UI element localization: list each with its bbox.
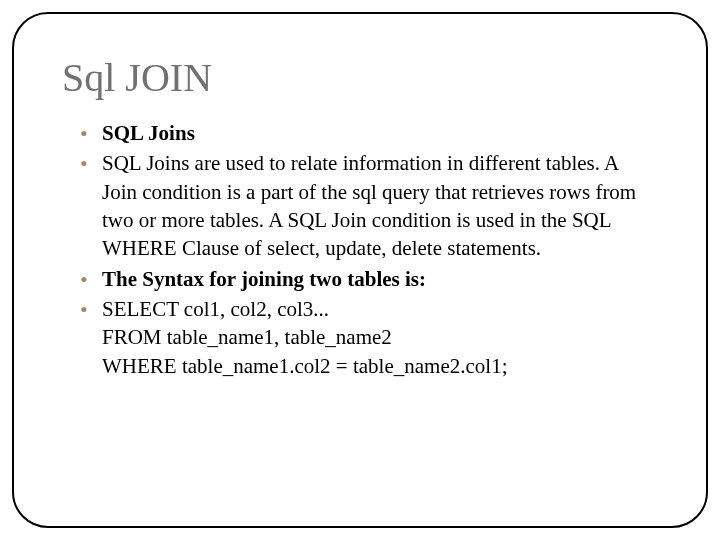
list-item: SQL Joins [80, 119, 658, 147]
slide-frame: Sql JOIN SQL Joins SQL Joins are used to… [12, 12, 708, 528]
bullet-text: The Syntax for joining two tables is: [102, 267, 426, 291]
list-item: SELECT col1, col2, col3... FROM table_na… [80, 295, 658, 380]
list-item: The Syntax for joining two tables is: [80, 265, 658, 293]
bullet-text: SQL Joins are used to relate information… [102, 151, 636, 260]
slide-title: Sql JOIN [62, 54, 658, 101]
bullet-text: SELECT col1, col2, col3... FROM table_na… [102, 297, 507, 378]
list-item: SQL Joins are used to relate information… [80, 149, 658, 262]
bullet-list: SQL Joins SQL Joins are used to relate i… [62, 119, 658, 380]
bullet-text: SQL Joins [102, 121, 195, 145]
